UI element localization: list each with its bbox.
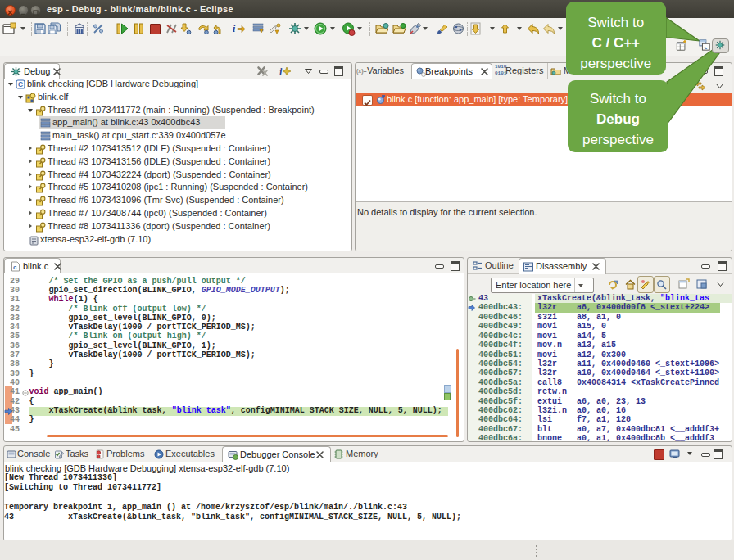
svg-text:i: i — [233, 23, 236, 34]
svg-text:C: C — [18, 80, 23, 88]
svg-text:c: c — [705, 44, 708, 50]
svg-text:c: c — [13, 264, 17, 271]
